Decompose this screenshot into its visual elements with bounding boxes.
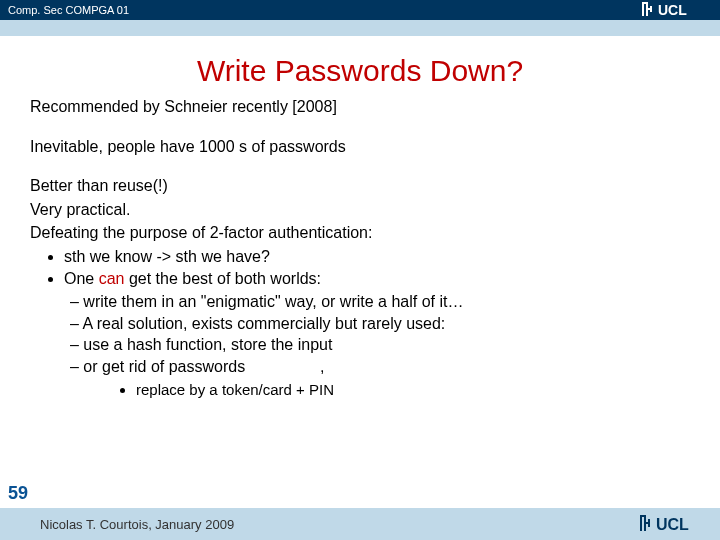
page-number: 59 — [8, 483, 28, 504]
dash-list: write them in an "enigmatic" way, or wri… — [70, 291, 690, 377]
line-practical: Very practical. — [30, 199, 690, 221]
banner-stripe — [0, 20, 720, 36]
dash-enigmatic: write them in an "enigmatic" way, or wri… — [70, 291, 690, 313]
svg-rect-4 — [650, 6, 652, 12]
sub-bullet-list: replace by a token/card + PIN — [120, 380, 690, 400]
bullet-one-red: can — [99, 270, 125, 287]
dash-getrid: or get rid of passwords altogether, — [70, 356, 690, 378]
svg-text:UCL: UCL — [656, 516, 689, 533]
svg-rect-8 — [640, 515, 646, 517]
svg-rect-6 — [640, 517, 642, 531]
bullet-one-can: One can get the best of both worlds: — [64, 268, 690, 290]
dash-real-solution: A real solution, exists commercially but… — [70, 313, 690, 335]
line-defeating: Defeating the purpose of 2-factor authen… — [30, 222, 690, 244]
bullet-one-suffix: get the best of both worlds: — [124, 270, 321, 287]
line-better: Better than reuse(!) — [30, 175, 690, 197]
svg-rect-10 — [648, 519, 650, 527]
dash-getrid-suffix: , — [320, 358, 324, 375]
footer-author: Nicolas T. Courtois, January 2009 — [40, 517, 234, 532]
bottom-bar: Nicolas T. Courtois, January 2009 UCL — [0, 508, 720, 540]
ucl-logo-bottom: UCL — [640, 514, 710, 534]
bullet-sth: sth we know -> sth we have? — [64, 246, 690, 268]
svg-rect-9 — [644, 522, 648, 524]
slide-title: Write Passwords Down? — [0, 54, 720, 88]
svg-rect-2 — [642, 2, 648, 4]
dash-hash: use a hash function, store the input — [70, 334, 690, 356]
sub-bullet-token: replace by a token/card + PIN — [136, 380, 690, 400]
paragraph-1: Recommended by Schneier recently [2008] — [30, 96, 690, 118]
top-bar: Comp. Sec COMPGA 01 UCL — [0, 0, 720, 20]
bullet-one-prefix: One — [64, 270, 99, 287]
course-code: Comp. Sec COMPGA 01 — [8, 4, 129, 16]
svg-rect-0 — [642, 4, 644, 16]
svg-text:UCL: UCL — [658, 2, 687, 18]
slide-content: Recommended by Schneier recently [2008] … — [0, 96, 720, 400]
paragraph-2: Inevitable, people have 1000 s of passwo… — [30, 136, 690, 158]
dash-getrid-prefix: or get rid of passwords — [83, 358, 249, 375]
bullet-list-1: sth we know -> sth we have? One can get … — [48, 246, 690, 289]
svg-rect-3 — [646, 8, 650, 10]
ucl-logo-top: UCL — [642, 2, 712, 18]
